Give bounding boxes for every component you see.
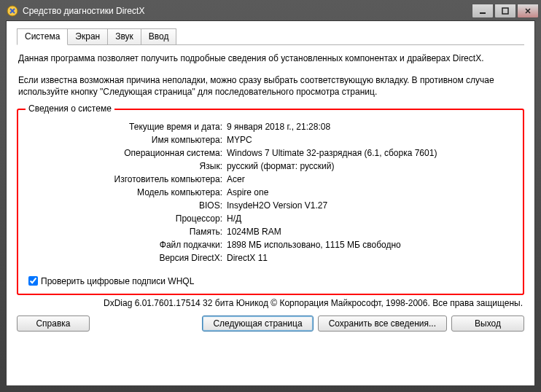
info-value: русский (формат: русский) [227, 161, 513, 171]
info-value: DirectX 11 [227, 253, 513, 263]
exit-button[interactable]: Выход [451, 315, 524, 332]
window-title: Средство диагностики DirectX [23, 6, 472, 16]
info-label: Операционная система: [28, 148, 227, 158]
info-value: InsydeH2O Version V1.27 [227, 200, 513, 211]
info-row-memory: Память:1024MB RAM [28, 225, 513, 238]
info-value: 9 января 2018 г., 21:28:08 [227, 122, 513, 132]
info-row-os: Операционная система:Windows 7 Ultimate … [28, 146, 513, 160]
next-page-button[interactable]: Следующая страница [202, 315, 313, 332]
info-row-datetime: Текущие время и дата:9 января 2018 г., 2… [28, 120, 513, 133]
tab-strip: Система Экран Звук Ввод [17, 28, 524, 45]
info-row-bios: BIOS:InsydeH2O Version V1.27 [28, 199, 513, 212]
whql-checkbox[interactable] [28, 276, 38, 286]
info-label: Текущие время и дата: [28, 122, 227, 132]
minimize-button[interactable] [472, 4, 494, 18]
info-label: BIOS: [28, 200, 227, 211]
info-label: Имя компьютера: [28, 135, 227, 145]
client-area: Система Экран Звук Ввод Данная программа… [6, 20, 535, 386]
window-controls [472, 4, 539, 18]
info-label: Файл подкачки: [28, 240, 227, 250]
info-label: Версия DirectX: [28, 253, 227, 263]
info-label: Процессор: [28, 213, 227, 224]
help-button[interactable]: Справка [17, 315, 90, 332]
app-icon [7, 5, 18, 17]
intro-paragraph-2: Если известна возможная причина неполадк… [18, 74, 523, 98]
info-value: Н/Д [227, 213, 513, 224]
button-row: Справка Следующая страница Сохранить все… [17, 315, 524, 332]
tab-sound[interactable]: Звук [107, 28, 141, 44]
system-info-legend: Сведения о системе [26, 103, 114, 114]
whql-label[interactable]: Проверить цифровые подписи WHQL [41, 276, 194, 286]
info-value: 1024MB RAM [227, 227, 513, 237]
svg-rect-2 [502, 8, 508, 14]
maximize-button[interactable] [494, 4, 516, 18]
system-info-table: Текущие время и дата:9 января 2018 г., 2… [28, 120, 513, 264]
info-row-language: Язык:русский (формат: русский) [28, 160, 513, 173]
info-value: Windows 7 Ultimate 32-разрядная (6.1, сб… [227, 148, 513, 158]
intro-text: Данная программа позволяет получить подр… [18, 52, 523, 98]
save-all-button[interactable]: Сохранить все сведения... [318, 315, 447, 332]
info-row-directx: Версия DirectX:DirectX 11 [28, 251, 513, 264]
info-label: Изготовитель компьютера: [28, 174, 227, 184]
tab-display[interactable]: Экран [67, 28, 108, 44]
svg-rect-1 [480, 12, 486, 14]
system-info-group: Сведения о системе Текущие время и дата:… [17, 109, 524, 295]
info-row-manufacturer: Изготовитель компьютера:Acer [28, 173, 513, 186]
tab-input[interactable]: Ввод [141, 28, 177, 44]
info-label: Язык: [28, 161, 227, 171]
dxdiag-window: Средство диагностики DirectX Система Экр… [0, 0, 541, 392]
spacer [94, 315, 198, 332]
info-row-processor: Процессор:Н/Д [28, 212, 513, 225]
titlebar[interactable]: Средство диагностики DirectX [1, 1, 540, 21]
info-value: Acer [227, 174, 513, 184]
info-row-model: Модель компьютера:Aspire one [28, 186, 513, 199]
info-value: MYPC [227, 135, 513, 145]
intro-paragraph-1: Данная программа позволяет получить подр… [18, 52, 523, 64]
close-button[interactable] [517, 4, 539, 18]
info-label: Память: [28, 227, 227, 237]
info-row-pagefile: Файл подкачки:1898 МБ использовано, 1115… [28, 238, 513, 251]
info-label: Модель компьютера: [28, 187, 227, 197]
tab-system[interactable]: Система [17, 28, 68, 45]
info-row-computer-name: Имя компьютера:MYPC [28, 133, 513, 146]
info-value: Aspire one [227, 187, 513, 197]
info-value: 1898 МБ использовано, 1115 МБ свободно [227, 240, 513, 250]
whql-row: Проверить цифровые подписи WHQL [28, 276, 513, 286]
copyright-footer: DxDiag 6.01.7601.17514 32 бита Юникод © … [17, 298, 523, 308]
